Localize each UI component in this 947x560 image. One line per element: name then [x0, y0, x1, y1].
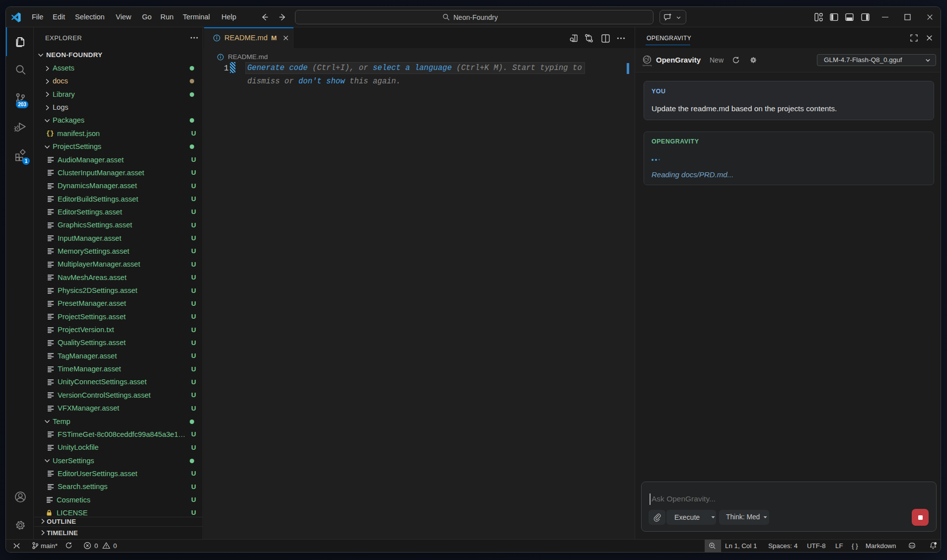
svg-text:OpenGravity: OpenGravity: [642, 65, 652, 67]
